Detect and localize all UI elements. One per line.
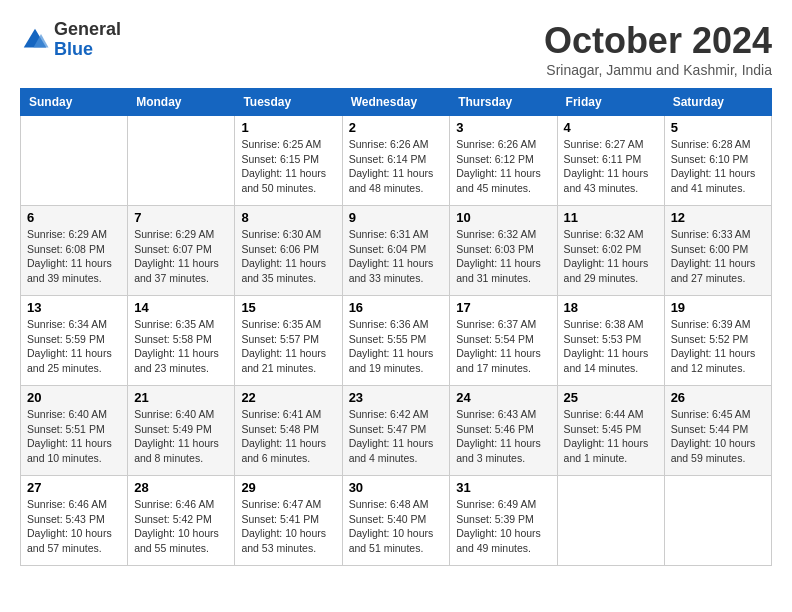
day-number: 5 bbox=[671, 120, 765, 135]
day-number: 2 bbox=[349, 120, 444, 135]
day-number: 7 bbox=[134, 210, 228, 225]
day-cell: 19Sunrise: 6:39 AM Sunset: 5:52 PM Dayli… bbox=[664, 296, 771, 386]
day-number: 17 bbox=[456, 300, 550, 315]
day-number: 29 bbox=[241, 480, 335, 495]
day-cell bbox=[128, 116, 235, 206]
day-info: Sunrise: 6:30 AM Sunset: 6:06 PM Dayligh… bbox=[241, 227, 335, 286]
day-info: Sunrise: 6:40 AM Sunset: 5:51 PM Dayligh… bbox=[27, 407, 121, 466]
day-info: Sunrise: 6:33 AM Sunset: 6:00 PM Dayligh… bbox=[671, 227, 765, 286]
day-cell: 15Sunrise: 6:35 AM Sunset: 5:57 PM Dayli… bbox=[235, 296, 342, 386]
day-number: 27 bbox=[27, 480, 121, 495]
day-info: Sunrise: 6:32 AM Sunset: 6:02 PM Dayligh… bbox=[564, 227, 658, 286]
day-info: Sunrise: 6:37 AM Sunset: 5:54 PM Dayligh… bbox=[456, 317, 550, 376]
day-info: Sunrise: 6:47 AM Sunset: 5:41 PM Dayligh… bbox=[241, 497, 335, 556]
week-row-3: 13Sunrise: 6:34 AM Sunset: 5:59 PM Dayli… bbox=[21, 296, 772, 386]
logo-line1: General bbox=[54, 20, 121, 40]
day-cell: 17Sunrise: 6:37 AM Sunset: 5:54 PM Dayli… bbox=[450, 296, 557, 386]
day-cell bbox=[21, 116, 128, 206]
day-cell: 8Sunrise: 6:30 AM Sunset: 6:06 PM Daylig… bbox=[235, 206, 342, 296]
day-number: 28 bbox=[134, 480, 228, 495]
day-number: 15 bbox=[241, 300, 335, 315]
calendar-table: SundayMondayTuesdayWednesdayThursdayFrid… bbox=[20, 88, 772, 566]
day-info: Sunrise: 6:38 AM Sunset: 5:53 PM Dayligh… bbox=[564, 317, 658, 376]
day-cell: 18Sunrise: 6:38 AM Sunset: 5:53 PM Dayli… bbox=[557, 296, 664, 386]
day-info: Sunrise: 6:40 AM Sunset: 5:49 PM Dayligh… bbox=[134, 407, 228, 466]
header-cell-monday: Monday bbox=[128, 89, 235, 116]
day-cell: 28Sunrise: 6:46 AM Sunset: 5:42 PM Dayli… bbox=[128, 476, 235, 566]
day-info: Sunrise: 6:41 AM Sunset: 5:48 PM Dayligh… bbox=[241, 407, 335, 466]
location: Srinagar, Jammu and Kashmir, India bbox=[544, 62, 772, 78]
day-info: Sunrise: 6:31 AM Sunset: 6:04 PM Dayligh… bbox=[349, 227, 444, 286]
day-number: 4 bbox=[564, 120, 658, 135]
day-number: 18 bbox=[564, 300, 658, 315]
day-info: Sunrise: 6:26 AM Sunset: 6:14 PM Dayligh… bbox=[349, 137, 444, 196]
day-info: Sunrise: 6:35 AM Sunset: 5:58 PM Dayligh… bbox=[134, 317, 228, 376]
day-info: Sunrise: 6:45 AM Sunset: 5:44 PM Dayligh… bbox=[671, 407, 765, 466]
day-cell: 21Sunrise: 6:40 AM Sunset: 5:49 PM Dayli… bbox=[128, 386, 235, 476]
day-info: Sunrise: 6:27 AM Sunset: 6:11 PM Dayligh… bbox=[564, 137, 658, 196]
week-row-5: 27Sunrise: 6:46 AM Sunset: 5:43 PM Dayli… bbox=[21, 476, 772, 566]
day-cell: 13Sunrise: 6:34 AM Sunset: 5:59 PM Dayli… bbox=[21, 296, 128, 386]
day-info: Sunrise: 6:32 AM Sunset: 6:03 PM Dayligh… bbox=[456, 227, 550, 286]
day-number: 14 bbox=[134, 300, 228, 315]
day-cell: 10Sunrise: 6:32 AM Sunset: 6:03 PM Dayli… bbox=[450, 206, 557, 296]
header-cell-wednesday: Wednesday bbox=[342, 89, 450, 116]
day-number: 21 bbox=[134, 390, 228, 405]
week-row-4: 20Sunrise: 6:40 AM Sunset: 5:51 PM Dayli… bbox=[21, 386, 772, 476]
day-cell: 23Sunrise: 6:42 AM Sunset: 5:47 PM Dayli… bbox=[342, 386, 450, 476]
header-cell-friday: Friday bbox=[557, 89, 664, 116]
day-cell: 5Sunrise: 6:28 AM Sunset: 6:10 PM Daylig… bbox=[664, 116, 771, 206]
day-cell bbox=[557, 476, 664, 566]
day-number: 10 bbox=[456, 210, 550, 225]
week-row-2: 6Sunrise: 6:29 AM Sunset: 6:08 PM Daylig… bbox=[21, 206, 772, 296]
day-info: Sunrise: 6:35 AM Sunset: 5:57 PM Dayligh… bbox=[241, 317, 335, 376]
day-cell: 16Sunrise: 6:36 AM Sunset: 5:55 PM Dayli… bbox=[342, 296, 450, 386]
day-number: 6 bbox=[27, 210, 121, 225]
day-number: 31 bbox=[456, 480, 550, 495]
day-info: Sunrise: 6:36 AM Sunset: 5:55 PM Dayligh… bbox=[349, 317, 444, 376]
day-number: 26 bbox=[671, 390, 765, 405]
day-number: 9 bbox=[349, 210, 444, 225]
day-cell: 14Sunrise: 6:35 AM Sunset: 5:58 PM Dayli… bbox=[128, 296, 235, 386]
day-number: 13 bbox=[27, 300, 121, 315]
day-info: Sunrise: 6:42 AM Sunset: 5:47 PM Dayligh… bbox=[349, 407, 444, 466]
day-info: Sunrise: 6:26 AM Sunset: 6:12 PM Dayligh… bbox=[456, 137, 550, 196]
day-number: 25 bbox=[564, 390, 658, 405]
day-info: Sunrise: 6:49 AM Sunset: 5:39 PM Dayligh… bbox=[456, 497, 550, 556]
page-header: General Blue October 2024 Srinagar, Jamm… bbox=[20, 20, 772, 78]
day-number: 11 bbox=[564, 210, 658, 225]
day-cell: 2Sunrise: 6:26 AM Sunset: 6:14 PM Daylig… bbox=[342, 116, 450, 206]
day-info: Sunrise: 6:44 AM Sunset: 5:45 PM Dayligh… bbox=[564, 407, 658, 466]
day-info: Sunrise: 6:46 AM Sunset: 5:43 PM Dayligh… bbox=[27, 497, 121, 556]
day-info: Sunrise: 6:29 AM Sunset: 6:07 PM Dayligh… bbox=[134, 227, 228, 286]
logo-text: General Blue bbox=[54, 20, 121, 60]
day-cell: 4Sunrise: 6:27 AM Sunset: 6:11 PM Daylig… bbox=[557, 116, 664, 206]
day-info: Sunrise: 6:25 AM Sunset: 6:15 PM Dayligh… bbox=[241, 137, 335, 196]
day-cell: 31Sunrise: 6:49 AM Sunset: 5:39 PM Dayli… bbox=[450, 476, 557, 566]
day-info: Sunrise: 6:43 AM Sunset: 5:46 PM Dayligh… bbox=[456, 407, 550, 466]
day-cell: 29Sunrise: 6:47 AM Sunset: 5:41 PM Dayli… bbox=[235, 476, 342, 566]
day-cell: 1Sunrise: 6:25 AM Sunset: 6:15 PM Daylig… bbox=[235, 116, 342, 206]
week-row-1: 1Sunrise: 6:25 AM Sunset: 6:15 PM Daylig… bbox=[21, 116, 772, 206]
day-cell: 27Sunrise: 6:46 AM Sunset: 5:43 PM Dayli… bbox=[21, 476, 128, 566]
month-title: October 2024 bbox=[544, 20, 772, 62]
day-cell: 12Sunrise: 6:33 AM Sunset: 6:00 PM Dayli… bbox=[664, 206, 771, 296]
day-number: 19 bbox=[671, 300, 765, 315]
header-cell-thursday: Thursday bbox=[450, 89, 557, 116]
day-cell: 11Sunrise: 6:32 AM Sunset: 6:02 PM Dayli… bbox=[557, 206, 664, 296]
header-cell-saturday: Saturday bbox=[664, 89, 771, 116]
title-area: October 2024 Srinagar, Jammu and Kashmir… bbox=[544, 20, 772, 78]
day-number: 8 bbox=[241, 210, 335, 225]
day-number: 16 bbox=[349, 300, 444, 315]
header-row: SundayMondayTuesdayWednesdayThursdayFrid… bbox=[21, 89, 772, 116]
day-info: Sunrise: 6:46 AM Sunset: 5:42 PM Dayligh… bbox=[134, 497, 228, 556]
day-number: 24 bbox=[456, 390, 550, 405]
day-number: 3 bbox=[456, 120, 550, 135]
header-cell-sunday: Sunday bbox=[21, 89, 128, 116]
logo-icon bbox=[20, 25, 50, 55]
day-cell bbox=[664, 476, 771, 566]
day-cell: 7Sunrise: 6:29 AM Sunset: 6:07 PM Daylig… bbox=[128, 206, 235, 296]
day-info: Sunrise: 6:34 AM Sunset: 5:59 PM Dayligh… bbox=[27, 317, 121, 376]
day-cell: 22Sunrise: 6:41 AM Sunset: 5:48 PM Dayli… bbox=[235, 386, 342, 476]
header-cell-tuesday: Tuesday bbox=[235, 89, 342, 116]
